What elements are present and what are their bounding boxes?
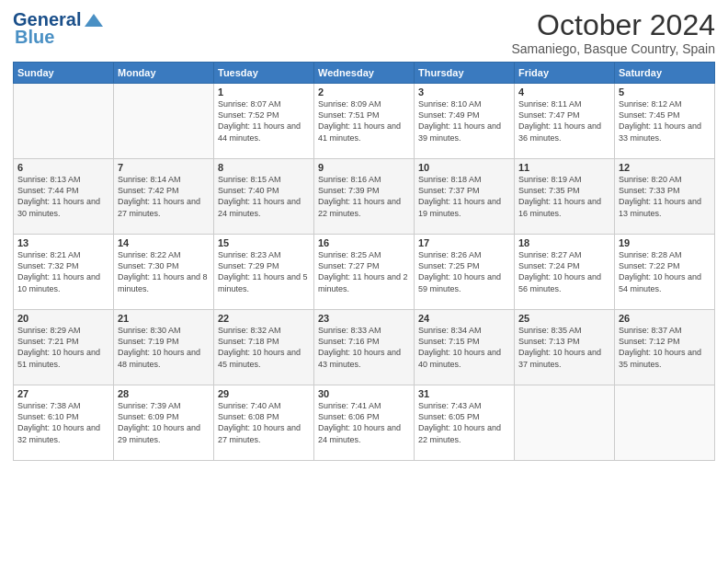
day-number: 2	[318, 86, 410, 98]
calendar-cell	[515, 385, 615, 461]
calendar-cell: 9Sunrise: 8:16 AM Sunset: 7:39 PM Daylig…	[314, 159, 415, 235]
calendar-cell: 30Sunrise: 7:41 AM Sunset: 6:06 PM Dayli…	[314, 385, 415, 461]
day-number: 17	[418, 237, 510, 248]
day-number: 26	[619, 313, 711, 324]
day-info: Sunrise: 7:38 AM Sunset: 6:10 PM Dayligh…	[17, 400, 109, 445]
calendar-table: SundayMondayTuesdayWednesdayThursdayFrid…	[13, 62, 715, 461]
day-info: Sunrise: 8:09 AM Sunset: 7:51 PM Dayligh…	[318, 98, 410, 144]
calendar-cell: 13Sunrise: 8:21 AM Sunset: 7:32 PM Dayli…	[14, 235, 114, 310]
calendar-cell: 1Sunrise: 8:07 AM Sunset: 7:52 PM Daylig…	[214, 84, 314, 159]
week-row-4: 20Sunrise: 8:29 AM Sunset: 7:21 PM Dayli…	[14, 310, 715, 385]
day-number: 29	[218, 388, 310, 399]
calendar-cell: 3Sunrise: 8:10 AM Sunset: 7:49 PM Daylig…	[415, 84, 515, 159]
calendar-cell: 31Sunrise: 7:43 AM Sunset: 6:05 PM Dayli…	[415, 385, 515, 461]
calendar-cell: 19Sunrise: 8:28 AM Sunset: 7:22 PM Dayli…	[615, 235, 715, 310]
day-info: Sunrise: 7:39 AM Sunset: 6:09 PM Dayligh…	[118, 400, 210, 445]
calendar-cell: 14Sunrise: 8:22 AM Sunset: 7:30 PM Dayli…	[114, 235, 214, 310]
day-info: Sunrise: 8:26 AM Sunset: 7:25 PM Dayligh…	[418, 249, 510, 294]
day-number: 19	[619, 237, 711, 248]
calendar-container: General Blue October 2024 Samaniego, Bas…	[0, 0, 728, 470]
calendar-cell: 16Sunrise: 8:25 AM Sunset: 7:27 PM Dayli…	[314, 235, 415, 310]
weekday-header-wednesday: Wednesday	[314, 63, 415, 84]
week-row-3: 13Sunrise: 8:21 AM Sunset: 7:32 PM Dayli…	[14, 235, 715, 310]
day-number: 10	[418, 162, 510, 173]
day-number: 11	[518, 162, 610, 173]
day-number: 24	[418, 313, 510, 324]
day-info: Sunrise: 8:13 AM Sunset: 7:44 PM Dayligh…	[17, 174, 109, 219]
day-number: 7	[118, 162, 210, 173]
calendar-cell: 18Sunrise: 8:27 AM Sunset: 7:24 PM Dayli…	[515, 235, 615, 310]
day-number: 28	[118, 388, 210, 399]
day-info: Sunrise: 8:20 AM Sunset: 7:33 PM Dayligh…	[619, 174, 711, 219]
day-info: Sunrise: 8:18 AM Sunset: 7:37 PM Dayligh…	[418, 174, 510, 219]
day-info: Sunrise: 8:30 AM Sunset: 7:19 PM Dayligh…	[118, 325, 210, 370]
calendar-cell: 24Sunrise: 8:34 AM Sunset: 7:15 PM Dayli…	[415, 310, 515, 385]
calendar-cell: 4Sunrise: 8:11 AM Sunset: 7:47 PM Daylig…	[515, 84, 615, 159]
day-number: 12	[619, 162, 711, 173]
calendar-cell: 10Sunrise: 8:18 AM Sunset: 7:37 PM Dayli…	[415, 159, 515, 235]
day-number: 21	[118, 313, 210, 324]
calendar-cell: 6Sunrise: 8:13 AM Sunset: 7:44 PM Daylig…	[14, 159, 114, 235]
day-info: Sunrise: 8:22 AM Sunset: 7:30 PM Dayligh…	[118, 249, 210, 294]
day-number: 1	[218, 86, 310, 98]
logo-blue: Blue	[15, 27, 54, 48]
calendar-cell: 17Sunrise: 8:26 AM Sunset: 7:25 PM Dayli…	[415, 235, 515, 310]
weekday-header-saturday: Saturday	[615, 63, 715, 84]
header: General Blue October 2024 Samaniego, Bas…	[13, 9, 715, 56]
calendar-cell: 26Sunrise: 8:37 AM Sunset: 7:12 PM Dayli…	[615, 310, 715, 385]
day-info: Sunrise: 8:27 AM Sunset: 7:24 PM Dayligh…	[518, 249, 610, 294]
week-row-2: 6Sunrise: 8:13 AM Sunset: 7:44 PM Daylig…	[14, 159, 715, 235]
calendar-cell: 21Sunrise: 8:30 AM Sunset: 7:19 PM Dayli…	[114, 310, 214, 385]
day-info: Sunrise: 8:29 AM Sunset: 7:21 PM Dayligh…	[17, 325, 109, 370]
calendar-cell	[14, 84, 114, 159]
calendar-cell: 5Sunrise: 8:12 AM Sunset: 7:45 PM Daylig…	[615, 84, 715, 159]
day-info: Sunrise: 8:32 AM Sunset: 7:18 PM Dayligh…	[218, 325, 310, 370]
calendar-cell: 29Sunrise: 7:40 AM Sunset: 6:08 PM Dayli…	[214, 385, 314, 461]
calendar-cell: 11Sunrise: 8:19 AM Sunset: 7:35 PM Dayli…	[515, 159, 615, 235]
day-info: Sunrise: 7:41 AM Sunset: 6:06 PM Dayligh…	[318, 400, 410, 445]
weekday-header-tuesday: Tuesday	[214, 63, 314, 84]
calendar-cell: 20Sunrise: 8:29 AM Sunset: 7:21 PM Dayli…	[14, 310, 114, 385]
day-info: Sunrise: 8:12 AM Sunset: 7:45 PM Dayligh…	[619, 98, 711, 144]
calendar-cell: 12Sunrise: 8:20 AM Sunset: 7:33 PM Dayli…	[615, 159, 715, 235]
day-number: 14	[118, 237, 210, 248]
day-info: Sunrise: 8:15 AM Sunset: 7:40 PM Dayligh…	[218, 174, 310, 219]
calendar-cell: 27Sunrise: 7:38 AM Sunset: 6:10 PM Dayli…	[14, 385, 114, 461]
day-number: 30	[318, 388, 410, 399]
day-number: 5	[619, 86, 711, 98]
week-row-5: 27Sunrise: 7:38 AM Sunset: 6:10 PM Dayli…	[14, 385, 715, 461]
calendar-cell: 2Sunrise: 8:09 AM Sunset: 7:51 PM Daylig…	[314, 84, 415, 159]
calendar-cell	[615, 385, 715, 461]
title-block: October 2024 Samaniego, Basque Country, …	[511, 9, 715, 56]
day-number: 22	[218, 313, 310, 324]
weekday-header-row: SundayMondayTuesdayWednesdayThursdayFrid…	[14, 63, 715, 84]
day-info: Sunrise: 8:14 AM Sunset: 7:42 PM Dayligh…	[118, 174, 210, 219]
calendar-cell: 22Sunrise: 8:32 AM Sunset: 7:18 PM Dayli…	[214, 310, 314, 385]
day-info: Sunrise: 8:19 AM Sunset: 7:35 PM Dayligh…	[518, 174, 610, 219]
day-info: Sunrise: 8:25 AM Sunset: 7:27 PM Dayligh…	[318, 249, 410, 294]
day-info: Sunrise: 8:33 AM Sunset: 7:16 PM Dayligh…	[318, 325, 410, 370]
day-info: Sunrise: 8:10 AM Sunset: 7:49 PM Dayligh…	[418, 98, 510, 144]
calendar-cell: 15Sunrise: 8:23 AM Sunset: 7:29 PM Dayli…	[214, 235, 314, 310]
weekday-header-monday: Monday	[114, 63, 214, 84]
day-info: Sunrise: 8:35 AM Sunset: 7:13 PM Dayligh…	[518, 325, 610, 370]
day-info: Sunrise: 8:11 AM Sunset: 7:47 PM Dayligh…	[518, 98, 610, 144]
calendar-cell: 8Sunrise: 8:15 AM Sunset: 7:40 PM Daylig…	[214, 159, 314, 235]
svg-marker-0	[85, 14, 103, 27]
weekday-header-thursday: Thursday	[415, 63, 515, 84]
day-number: 25	[518, 313, 610, 324]
weekday-header-sunday: Sunday	[14, 63, 114, 84]
month-title: October 2024	[511, 9, 715, 41]
day-number: 18	[518, 237, 610, 248]
day-info: Sunrise: 8:07 AM Sunset: 7:52 PM Dayligh…	[218, 98, 310, 144]
day-info: Sunrise: 8:28 AM Sunset: 7:22 PM Dayligh…	[619, 249, 711, 294]
day-info: Sunrise: 8:34 AM Sunset: 7:15 PM Dayligh…	[418, 325, 510, 370]
day-info: Sunrise: 8:37 AM Sunset: 7:12 PM Dayligh…	[619, 325, 711, 370]
day-number: 31	[418, 388, 510, 399]
day-number: 23	[318, 313, 410, 324]
calendar-cell: 23Sunrise: 8:33 AM Sunset: 7:16 PM Dayli…	[314, 310, 415, 385]
day-number: 4	[518, 86, 610, 98]
calendar-cell: 28Sunrise: 7:39 AM Sunset: 6:09 PM Dayli…	[114, 385, 214, 461]
location-title: Samaniego, Basque Country, Spain	[511, 41, 715, 56]
day-number: 6	[17, 162, 109, 173]
